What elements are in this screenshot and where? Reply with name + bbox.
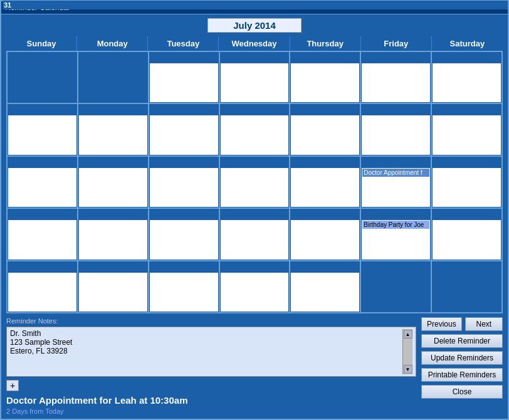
previous-button[interactable]: Previous <box>421 317 462 331</box>
cal-cell-1-0[interactable]: 6 <box>8 104 78 156</box>
cell-inner-4-3 <box>221 273 289 312</box>
cal-cell-2-6[interactable]: 19 <box>432 157 503 209</box>
cell-inner-3-2 <box>150 220 218 259</box>
cal-cell-3-3[interactable]: 23 <box>220 209 291 261</box>
scroll-down-btn[interactable]: ▼ <box>404 365 412 374</box>
cal-cell-2-0[interactable]: 13 <box>8 157 78 209</box>
cell-inner-3-6 <box>433 220 501 259</box>
cell-inner-2-4 <box>291 168 359 207</box>
cal-cell-4-0[interactable]: 27 <box>8 261 78 313</box>
cal-cell-4-1[interactable]: 28 <box>78 261 149 313</box>
cal-cell-4-3[interactable]: 30 <box>220 261 291 313</box>
month-title: July 2014 <box>207 18 302 33</box>
cal-cell-3-2[interactable]: 22 <box>149 209 220 261</box>
cell-inner-2-3 <box>221 168 289 207</box>
notes-section: Reminder Notes: Dr. Smith 123 Sample Str… <box>6 317 416 415</box>
cal-cell-3-1[interactable]: 21 <box>78 209 149 261</box>
cal-cell-0-5[interactable]: 4 <box>361 52 432 104</box>
event-2-5-0[interactable]: Doctor Appointment f <box>362 169 429 177</box>
cell-inner-3-1 <box>79 220 147 259</box>
cal-cell-1-3[interactable]: 9 <box>220 104 291 156</box>
main-window: Reminder Calendar July 2014 Sunday Monda… <box>0 0 509 420</box>
cell-inner-1-4 <box>291 115 359 154</box>
cell-inner-1-1 <box>79 115 147 154</box>
cal-cell-0-2[interactable]: 1 <box>149 52 220 104</box>
day-header-sat: Saturday <box>432 36 503 51</box>
cell-inner-1-2 <box>150 115 218 154</box>
cell-inner-3-5: Birthday Party for Joe <box>362 220 430 259</box>
cell-inner-0-4 <box>291 63 359 102</box>
cell-inner-1-3 <box>221 115 289 154</box>
day-headers: Sunday Monday Tuesday Wednesday Thursday… <box>6 36 503 51</box>
buttons-section: Previous Next Delete Reminder Update Rem… <box>421 317 503 399</box>
notes-text: Dr. Smith 123 Sample Street Estero, FL 3… <box>10 329 402 374</box>
printable-reminders-button[interactable]: Printable Reminders <box>421 368 503 382</box>
cal-cell-0-4[interactable]: 3 <box>290 52 361 104</box>
cell-inner-1-6 <box>433 115 501 154</box>
cell-inner-3-3 <box>221 220 289 259</box>
day-header-wed: Wednesday <box>219 36 290 51</box>
day-header-mon: Monday <box>77 36 148 51</box>
cal-cell-3-6[interactable]: 26 <box>432 209 503 261</box>
notes-label: Reminder Notes: <box>6 317 416 325</box>
cal-cell-2-3[interactable]: 16 - TODAY <box>220 157 291 209</box>
calendar-grid: 12345678910111213141516 - TODAY1718Docto… <box>6 51 503 313</box>
cell-inner-2-2 <box>150 168 218 207</box>
cal-cell-1-1[interactable]: 7 <box>78 104 149 156</box>
cal-cell-1-4[interactable]: 10 <box>290 104 361 156</box>
cal-cell-2-2[interactable]: 15 <box>149 157 220 209</box>
cell-inner-0-6 <box>433 63 501 102</box>
day-header-sun: Sunday <box>6 36 77 51</box>
scroll-up-btn[interactable]: ▲ <box>404 330 412 339</box>
event-title: Doctor Appointment for Leah at 10:30am <box>6 395 416 406</box>
notes-scrollbar[interactable]: ▲ ▼ <box>402 329 412 374</box>
cal-cell-4-4[interactable]: 31 <box>290 261 361 313</box>
cell-inner-2-5: Doctor Appointment f <box>362 168 430 207</box>
close-button[interactable]: Close <box>421 385 503 399</box>
cal-cell-1-5[interactable]: 11 <box>361 104 432 156</box>
cal-cell-1-2[interactable]: 8 <box>149 104 220 156</box>
empty-cell-0-0 <box>8 52 78 104</box>
cal-cell-0-3[interactable]: 2 <box>220 52 291 104</box>
calendar-area: July 2014 Sunday Monday Tuesday Wednesda… <box>1 14 508 313</box>
cal-cell-1-6[interactable]: 12 <box>432 104 503 156</box>
cell-number-4-4: 31 <box>3 1 508 9</box>
next-button[interactable]: Next <box>465 317 503 331</box>
update-reminders-button[interactable]: Update Reminders <box>421 351 503 365</box>
add-note-button[interactable]: + <box>6 380 19 391</box>
day-header-fri: Friday <box>361 36 432 51</box>
cell-inner-2-1 <box>79 168 147 207</box>
cell-inner-3-4 <box>291 220 359 259</box>
cell-inner-0-2 <box>150 63 218 102</box>
bottom-area: Reminder Notes: Dr. Smith 123 Sample Str… <box>1 313 508 419</box>
cal-cell-2-4[interactable]: 17 <box>290 157 361 209</box>
empty-cell-4-5 <box>361 261 432 313</box>
cal-cell-2-5[interactable]: 18Doctor Appointment f <box>361 157 432 209</box>
cell-inner-4-0 <box>8 273 76 312</box>
empty-cell-4-6 <box>432 261 503 313</box>
cell-inner-4-1 <box>79 273 147 312</box>
cal-cell-0-6[interactable]: 5 <box>432 52 503 104</box>
empty-cell-0-1 <box>78 52 149 104</box>
cell-inner-3-0 <box>8 220 76 259</box>
day-header-thu: Thursday <box>290 36 361 51</box>
note-line-1: Dr. Smith <box>10 329 402 338</box>
cell-inner-1-0 <box>8 115 76 154</box>
event-3-5-0[interactable]: Birthday Party for Joe <box>362 221 429 229</box>
cal-cell-3-4[interactable]: 24 <box>290 209 361 261</box>
cell-inner-2-0 <box>8 168 76 207</box>
note-line-2: 123 Sample Street <box>10 338 402 347</box>
cal-cell-2-1[interactable]: 14 <box>78 157 149 209</box>
cal-cell-3-5[interactable]: 25Birthday Party for Joe <box>361 209 432 261</box>
delete-reminder-button[interactable]: Delete Reminder <box>421 334 503 348</box>
cal-cell-4-2[interactable]: 29 <box>149 261 220 313</box>
note-line-3: Estero, FL 33928 <box>10 347 402 355</box>
cell-inner-1-5 <box>362 115 430 154</box>
cell-inner-4-4 <box>291 273 359 312</box>
cell-inner-2-6 <box>433 168 501 207</box>
cell-inner-0-3 <box>221 63 289 102</box>
event-subtitle: 2 Days from Today <box>6 407 416 415</box>
notes-box: Dr. Smith 123 Sample Street Estero, FL 3… <box>6 327 416 377</box>
day-header-tue: Tuesday <box>148 36 219 51</box>
cal-cell-3-0[interactable]: 20 <box>8 209 78 261</box>
